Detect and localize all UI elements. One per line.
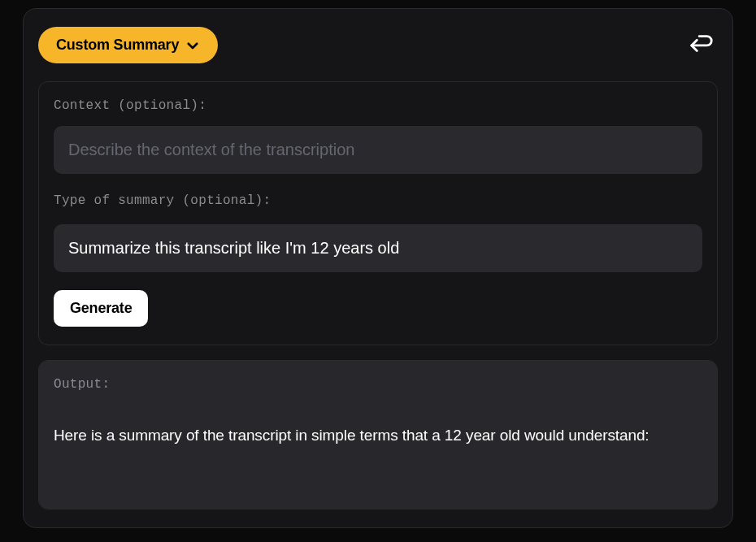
chevron-down-icon [185, 38, 200, 53]
output-label: Output: [54, 377, 702, 392]
output-panel[interactable]: Output: Here is a summary of the transcr… [38, 360, 718, 509]
context-input[interactable] [54, 126, 702, 174]
summary-type-label: Type of summary (optional): [54, 193, 702, 208]
generate-button[interactable]: Generate [54, 290, 148, 327]
back-arrow-icon [689, 45, 715, 57]
custom-summary-dropdown[interactable]: Custom Summary [38, 27, 218, 63]
scroll-spacer [54, 449, 702, 509]
dropdown-label: Custom Summary [56, 37, 179, 54]
main-panel: Custom Summary Context (optional): Type … [23, 8, 733, 528]
back-button[interactable] [685, 30, 718, 60]
output-text: Here is a summary of the transcript in s… [54, 423, 702, 449]
input-panel: Context (optional): Type of summary (opt… [38, 81, 718, 345]
header: Custom Summary [38, 27, 718, 63]
context-label: Context (optional): [54, 98, 702, 113]
summary-type-input[interactable] [54, 224, 702, 272]
